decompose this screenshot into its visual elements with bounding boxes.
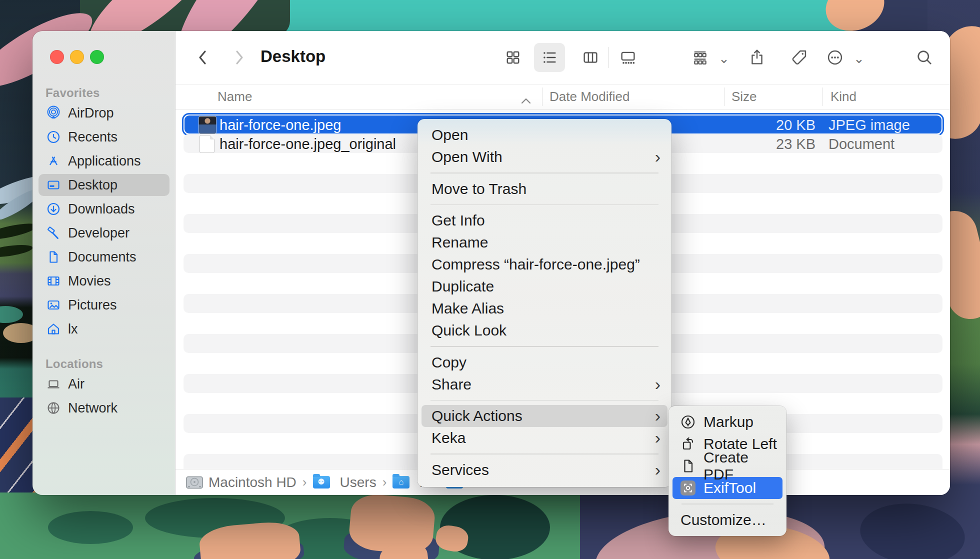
- sidebar-item-label: Applications: [68, 154, 141, 169]
- window-title: Desktop: [260, 47, 326, 66]
- share-button[interactable]: [742, 43, 772, 72]
- chevron-right-icon: [655, 376, 660, 394]
- back-chevron-icon: [196, 48, 210, 68]
- chevron-right-icon: [655, 461, 660, 479]
- sidebar-item-pictures[interactable]: Pictures: [38, 294, 170, 316]
- column-header-date-modified[interactable]: Date Modified: [550, 89, 630, 104]
- menu-item-compress[interactable]: Compress “hair-force-one.jpeg”: [418, 254, 672, 276]
- menu-item-rename[interactable]: Rename: [418, 232, 672, 254]
- chevron-right-icon: [655, 429, 660, 447]
- rotate-left-icon: [680, 436, 696, 452]
- sidebar-item-label: lx: [68, 322, 78, 337]
- breadcrumb-users[interactable]: ⚉ Users: [313, 474, 376, 490]
- back-button[interactable]: [194, 45, 212, 70]
- menu-item-quick-actions[interactable]: Quick Actions: [422, 405, 668, 427]
- file-size: 23 KB: [726, 136, 816, 152]
- column-header-name[interactable]: Name: [218, 89, 252, 104]
- sidebar-item-airdrop[interactable]: AirDrop: [38, 102, 170, 124]
- toolbar-divider: [608, 47, 609, 68]
- column-header-row: Name Date Modified Size Kind: [176, 84, 950, 110]
- menu-item-keka[interactable]: Keka: [418, 427, 672, 449]
- column-divider[interactable]: [724, 88, 724, 106]
- document-icon: [46, 250, 62, 264]
- sidebar-item-network[interactable]: Network: [38, 397, 170, 419]
- column-view-icon: [582, 48, 600, 66]
- sidebar-item-label: Developer: [68, 226, 130, 241]
- sidebar-item-air[interactable]: Air: [38, 373, 170, 395]
- favorites-header: Favorites: [46, 86, 100, 100]
- exiftool-icon: [680, 480, 696, 496]
- column-divider[interactable]: [822, 88, 822, 106]
- sidebar-item-label: Pictures: [68, 298, 117, 313]
- zoom-button[interactable]: [90, 50, 104, 64]
- group-by-button[interactable]: [687, 43, 713, 72]
- menu-separator: [430, 346, 658, 347]
- column-view-button[interactable]: [575, 43, 606, 72]
- submenu-separator: [682, 504, 774, 504]
- folder-users-icon: ⚉: [313, 476, 330, 488]
- menu-separator: [430, 454, 658, 454]
- menu-item-move-to-trash[interactable]: Move to Trash: [418, 178, 672, 200]
- file-name: hair-force-one.jpeg_original: [220, 136, 396, 152]
- icon-view-button[interactable]: [498, 43, 528, 72]
- download-circle-icon: [46, 202, 62, 216]
- gallery-view-button[interactable]: [612, 43, 644, 72]
- chevron-down-icon: ⌄: [718, 51, 730, 66]
- column-divider[interactable]: [542, 88, 542, 106]
- sidebar-item-downloads[interactable]: Downloads: [38, 198, 170, 220]
- hammer-icon: [46, 226, 62, 240]
- chevron-right-icon: [655, 148, 660, 166]
- column-header-kind[interactable]: Kind: [830, 89, 856, 104]
- submenu-item-customize[interactable]: Customize…: [668, 509, 786, 531]
- breadcrumb-macintosh-hd[interactable]: Macintosh HD: [186, 474, 296, 490]
- submenu-item-markup[interactable]: Markup: [668, 411, 786, 433]
- forward-chevron-icon: [232, 48, 246, 68]
- submenu-item-label: Markup: [704, 414, 754, 430]
- breadcrumb-label: Macintosh HD: [208, 474, 296, 490]
- file-name: hair-force-one.jpeg: [220, 117, 341, 134]
- menu-item-copy[interactable]: Copy: [418, 352, 672, 374]
- file-kind: JPEG image: [828, 117, 910, 134]
- folder-home-icon: ⌂: [392, 476, 410, 488]
- menu-item-services[interactable]: Services: [418, 459, 672, 481]
- tag-button[interactable]: [784, 43, 814, 72]
- desktop-icon: [46, 178, 62, 192]
- menu-item-duplicate[interactable]: Duplicate: [418, 276, 672, 298]
- menu-item-open[interactable]: Open: [418, 124, 672, 146]
- search-button[interactable]: [909, 43, 940, 72]
- chevron-right-icon: [655, 407, 660, 425]
- sidebar-item-movies[interactable]: Movies: [38, 270, 170, 292]
- menu-item-share[interactable]: Share: [418, 374, 672, 396]
- more-options-button[interactable]: [822, 43, 848, 72]
- sidebar-item-applications[interactable]: Applications: [38, 150, 170, 172]
- close-button[interactable]: [50, 50, 64, 64]
- menu-item-quick-look[interactable]: Quick Look: [418, 320, 672, 342]
- grass-shadow: [48, 511, 133, 544]
- sidebar-item-desktop[interactable]: Desktop: [38, 174, 170, 196]
- menu-item-make-alias[interactable]: Make Alias: [418, 298, 672, 320]
- share-icon: [748, 48, 766, 66]
- document-file-icon: [200, 135, 214, 153]
- menu-separator: [430, 172, 658, 174]
- file-kind: Document: [828, 136, 894, 152]
- sidebar-item-documents[interactable]: Documents: [38, 246, 170, 268]
- menu-item-get-info[interactable]: Get Info: [418, 210, 672, 232]
- sort-ascending-icon: [520, 92, 532, 108]
- photo-icon: [46, 298, 62, 312]
- tag-icon: [790, 48, 808, 66]
- forward-button[interactable]: [230, 45, 248, 70]
- airdrop-icon: [46, 106, 62, 120]
- home-icon: [46, 322, 62, 336]
- menu-item-open-with[interactable]: Open With: [418, 146, 672, 168]
- submenu-item-create-pdf[interactable]: Create PDF: [668, 455, 786, 477]
- sidebar-item-lx[interactable]: lx: [38, 318, 170, 340]
- icon-view-icon: [504, 48, 522, 66]
- column-header-size[interactable]: Size: [732, 89, 757, 104]
- file-thumbnail: [198, 116, 216, 134]
- sidebar-item-developer[interactable]: Developer: [38, 222, 170, 244]
- minimize-button[interactable]: [70, 50, 84, 64]
- sidebar-item-recents[interactable]: Recents: [38, 126, 170, 148]
- create-pdf-icon: [680, 458, 696, 474]
- list-view-button[interactable]: [534, 43, 565, 72]
- more-circle-icon: [826, 48, 844, 66]
